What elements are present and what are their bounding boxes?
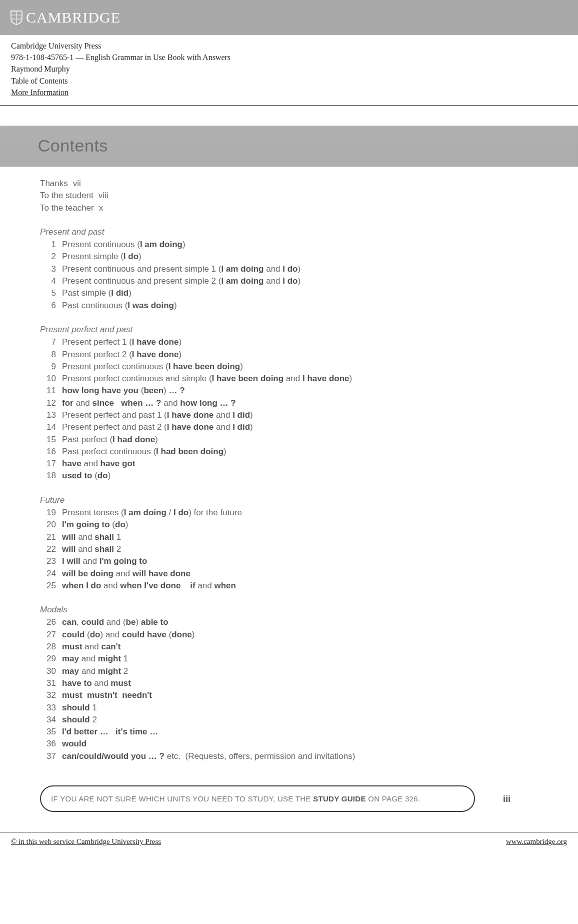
toc-row: 19Present tenses (I am doing / I do) for… (40, 507, 538, 519)
toc-section: Future19Present tenses (I am doing / I d… (40, 494, 538, 592)
brand-text: CAMBRIDGE (26, 9, 120, 26)
toc-number: 1 (40, 239, 56, 251)
toc-number: 34 (40, 714, 56, 726)
intro-label: Thanks (40, 179, 68, 188)
toc-row: 17have and have got (40, 458, 538, 470)
toc-row: 18used to (do) (40, 470, 538, 482)
contents-header: Contents (0, 126, 578, 167)
intro-page: x (99, 203, 104, 213)
toc-text: Present perfect 1 (I have done) (62, 336, 182, 348)
contents-title: Contents (38, 136, 108, 156)
toc-text: could (do) and could have (done) (62, 629, 194, 641)
intro-label: To the teacher (40, 203, 94, 213)
toc-row: 37can/could/would you … ? etc. (Requests… (40, 750, 538, 762)
toc-row: 1Present continuous (I am doing) (40, 239, 538, 251)
toc-text: must mustn't needn't (62, 689, 152, 701)
toc-row: 14Present perfect and past 2 (I have don… (40, 421, 538, 433)
toc-row: 22will and shall 2 (40, 543, 538, 555)
toc-text: Present perfect continuous and simple (I… (62, 373, 352, 385)
toc-text: will be doing and will have done (62, 568, 190, 580)
toc-number: 19 (40, 507, 56, 519)
intro-line: Thanksvii (40, 178, 538, 190)
toc-row: 32must mustn't needn't (40, 689, 538, 701)
toc-number: 33 (40, 702, 56, 714)
toc-row: 33should 1 (40, 702, 538, 714)
toc-number: 11 (40, 385, 56, 397)
toc-row: 35I'd better … it's time … (40, 726, 538, 738)
study-guide-post: ON PAGE 326. (366, 794, 420, 803)
meta-publisher: Cambridge University Press (11, 40, 567, 52)
toc-number: 24 (40, 568, 56, 580)
section-title: Modals (40, 604, 538, 616)
intro-page: vii (73, 179, 81, 188)
toc-number: 13 (40, 409, 56, 421)
toc-text: can, could and (be) able to (62, 616, 168, 628)
toc-row: 3Present continuous and present simple 1… (40, 263, 538, 275)
toc-text: Present perfect and past 1 (I have done … (62, 409, 253, 421)
toc-text: Past simple (I did) (62, 287, 132, 299)
footer-right-link[interactable]: www.cambridge.org (506, 837, 567, 846)
toc-row: 5Past simple (I did) (40, 287, 538, 299)
toc-text: Past perfect continuous (I had been doin… (62, 446, 226, 458)
toc-row: 36would (40, 738, 538, 750)
intro-page: viii (98, 191, 108, 200)
meta-author: Raymond Murphy (11, 63, 567, 75)
toc-text: can/could/would you … ? etc. (Requests, … (62, 750, 355, 762)
toc-number: 10 (40, 373, 56, 385)
study-guide-bold: STUDY GUIDE (313, 794, 366, 803)
intro-lines: ThanksviiTo the studentviiiTo the teache… (40, 178, 538, 214)
toc-section: Present and past1Present continuous (I a… (40, 226, 538, 312)
toc-number: 15 (40, 434, 56, 446)
toc-number: 4 (40, 275, 56, 287)
toc-row: 26can, could and (be) able to (40, 616, 538, 628)
toc-text: Present perfect 2 (I have done) (62, 349, 182, 361)
toc-number: 35 (40, 726, 56, 738)
toc-row: 25when I do and when I've done if and wh… (40, 580, 538, 592)
meta-isbn: 978-1-108-45765-1 — English Grammar in U… (11, 52, 567, 63)
toc-number: 5 (40, 287, 56, 299)
footer: © in this web service Cambridge Universi… (0, 832, 578, 866)
toc-text: have and have got (62, 458, 135, 470)
shield-icon (10, 10, 23, 25)
toc-row: 2Present simple (I do) (40, 251, 538, 263)
toc-row: 7Present perfect 1 (I have done) (40, 336, 538, 348)
toc-text: Present perfect continuous (I have been … (62, 361, 243, 373)
toc-text: I'd better … it's time … (62, 726, 158, 738)
brand-header: CAMBRIDGE (0, 0, 578, 35)
toc-number: 17 (40, 458, 56, 470)
study-guide-pre: IF YOU ARE NOT SURE WHICH UNITS YOU NEED… (51, 794, 313, 803)
toc-number: 16 (40, 446, 56, 458)
toc-row: 4Present continuous and present simple 2… (40, 275, 538, 287)
toc-number: 8 (40, 349, 56, 361)
toc-number: 30 (40, 665, 56, 677)
toc-number: 31 (40, 677, 56, 689)
section-title: Present perfect and past (40, 324, 538, 336)
intro-label: To the student (40, 191, 94, 200)
toc-section: Present perfect and past7Present perfect… (40, 324, 538, 482)
toc-row: 9Present perfect continuous (I have been… (40, 361, 538, 373)
toc-row: 27could (do) and could have (done) (40, 629, 538, 641)
toc-row: 24will be doing and will have done (40, 568, 538, 580)
toc-text: Present simple (I do) (62, 251, 142, 263)
toc-row: 12for and since when … ? and how long … … (40, 397, 538, 409)
page-number: iii (503, 793, 510, 806)
toc-section: Modals26can, could and (be) able to27cou… (40, 604, 538, 762)
toc-text: Past perfect (I had done) (62, 434, 158, 446)
toc-row: 13Present perfect and past 1 (I have don… (40, 409, 538, 421)
toc-text: Present continuous (I am doing) (62, 239, 186, 251)
toc-number: 27 (40, 629, 56, 641)
toc-row: 15Past perfect (I had done) (40, 434, 538, 446)
toc-row: 21will and shall 1 (40, 531, 538, 543)
intro-line: To the teacherx (40, 202, 538, 214)
footer-left: © in this web service Cambridge Universi… (11, 837, 161, 846)
toc-text: should 1 (62, 702, 97, 714)
toc-text: would (62, 738, 86, 750)
more-information-link[interactable]: More Information (11, 87, 567, 98)
toc-text: may and might 1 (62, 653, 128, 665)
toc-number: 20 (40, 519, 56, 531)
toc-row: 30may and might 2 (40, 665, 538, 677)
section-title: Future (40, 494, 538, 506)
toc-text: may and might 2 (62, 665, 128, 677)
toc-text: should 2 (62, 714, 97, 726)
toc-number: 7 (40, 336, 56, 348)
